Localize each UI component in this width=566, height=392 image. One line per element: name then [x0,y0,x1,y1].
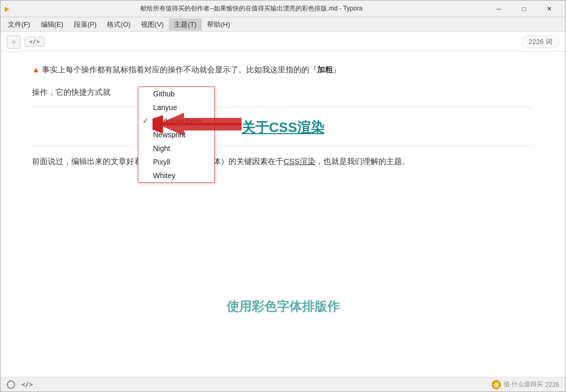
brand-logo-icon: 值 [491,379,502,390]
minimize-button[interactable]: ─ [487,1,511,17]
menu-format[interactable]: 格式(O) [102,18,136,31]
status-left: </> [7,380,33,389]
close-button[interactable]: ✕ [537,1,561,17]
heading-text: 关于CSS渲染 [242,119,324,135]
theme-newsprint[interactable]: Newsprint [138,128,214,141]
status-right: 值 值·什么值得买 2226 [491,379,559,390]
para1-text1: 事实上每个操作都有 [42,65,113,74]
theme-lanyue[interactable]: Lanyue [138,101,214,114]
triangle-icon: ▲ [32,65,42,74]
status-bar: </> 值 值·什么值得买 2226 [1,377,565,391]
restore-button[interactable]: □ [512,1,536,17]
css-heading: 关于CSS渲染 [32,118,534,137]
editor-content[interactable]: ▲ 事实上每个操作都有鼠标指着对应的操作不动就会显示了。比如我这里指的的『加粗』… [1,52,565,377]
app-icon: ▶ [5,5,13,13]
brand-text: 值·什么值得买 [504,380,543,389]
toolbar: ○ </> 2226 词 [1,32,565,52]
window-controls: ─ □ ✕ [487,1,561,17]
menu-file[interactable]: 文件(F) [3,18,36,31]
divider-1 [32,107,534,108]
partial-heading: 使用彩色字体排版作 [32,298,534,315]
menu-edit[interactable]: 编辑(E) [36,18,69,31]
circle-button[interactable]: ○ [7,35,20,49]
code-button[interactable]: </> [25,37,45,47]
menu-paragraph[interactable]: 段落(P) [69,18,102,31]
theme-pixyll[interactable]: Pixyll [138,155,214,169]
theme-night[interactable]: Night [138,141,214,155]
brand-info: 值 值·什么值得买 2226 [491,379,559,390]
para1-line2-text: 操作，它的快捷方式就 [32,88,111,96]
svg-text:值: 值 [493,382,499,388]
body-text-1: 前面说过，编辑出来的文章好看（也就是那些彩色字体）的关键因素在于CSS渲染，也就… [32,157,410,166]
body-paragraph-1: 前面说过，编辑出来的文章好看（也就是那些彩色字体）的关键因素在于CSS渲染，也就… [32,154,534,169]
menu-bar: 文件(F) 编辑(E) 段落(P) 格式(O) 视图(V) 主题(T) 帮助(H… [1,17,565,32]
menu-view[interactable]: 视图(V) [136,18,169,31]
menu-theme[interactable]: 主题(T) [169,18,202,31]
word-count-display: 2226 词 [521,36,559,48]
theme-whitey[interactable]: Whitey [138,169,214,182]
paragraph-1-line2: 操作，它的快捷方式就 [32,85,534,99]
content-spacer [32,178,534,282]
partial-heading-text: 使用彩色字体排版作 [226,299,340,313]
title-bar: ▶ 献给所有值得买的创作者--如果愉快的在值得买输出漂亮的彩色排版.md - T… [1,1,565,17]
theme-dropdown: Github Lanyue Markdownhere Newsprint Nig… [138,86,215,183]
status-circle-icon [7,380,15,389]
word-count-status: 2226 [545,381,559,388]
menu-help[interactable]: 帮助(H) [202,18,235,31]
paragraph-1: ▲ 事实上每个操作都有鼠标指着对应的操作不动就会显示了。比如我这里指的的『加粗』 [32,62,534,77]
divider-2 [32,145,534,146]
css-underline-text: CSS渲染 [284,157,315,166]
theme-github[interactable]: Github [138,87,214,101]
para1-truncated: 鼠标指着对应的操作不动就会显示了。比如我这里指的的『加粗』 [113,65,341,74]
status-code-icon: </> [21,381,33,388]
theme-markdownhere[interactable]: Markdownhere [138,114,214,128]
window-title: 献给所有值得买的创作者--如果愉快的在值得买输出漂亮的彩色排版.md - Typ… [16,4,487,13]
app-window: ▶ 献给所有值得买的创作者--如果愉快的在值得买输出漂亮的彩色排版.md - T… [0,0,566,392]
